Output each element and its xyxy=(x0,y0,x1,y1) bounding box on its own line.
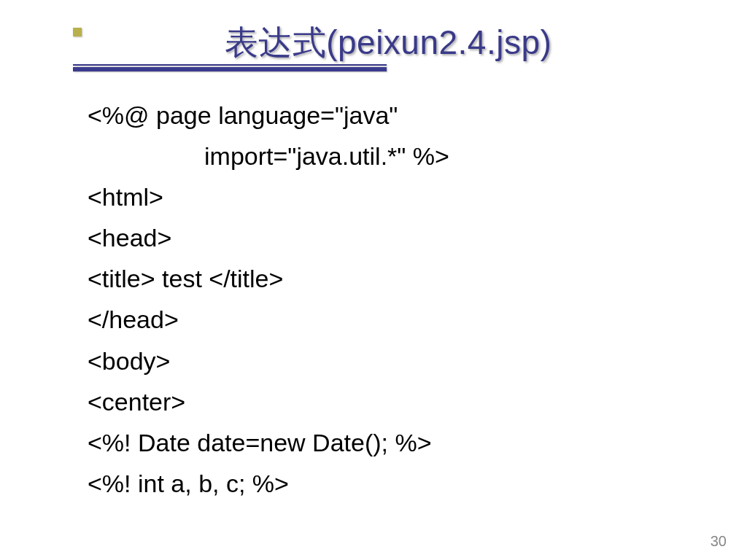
code-line: <%! Date date=new Date(); %> xyxy=(88,422,703,463)
code-line: <title> test </title> xyxy=(88,258,703,299)
underline-thick xyxy=(73,67,387,71)
code-line: <body> xyxy=(88,341,703,381)
page-number: 30 xyxy=(711,533,727,550)
code-line: <%! int a, b, c; %> xyxy=(88,463,703,504)
title-accent-square xyxy=(73,28,82,36)
code-line: </head> xyxy=(88,299,703,340)
underline-thin xyxy=(73,64,387,66)
title-area: 表达式(peixun2.4.jsp) xyxy=(73,15,703,66)
code-line: <%@ page language="java" xyxy=(88,95,703,136)
code-line: <head> xyxy=(88,217,703,258)
code-line: <html> xyxy=(88,176,703,217)
slide-container: 表达式(peixun2.4.jsp) <%@ page language="ja… xyxy=(0,0,747,560)
slide-title: 表达式(peixun2.4.jsp) xyxy=(73,20,703,66)
title-underline xyxy=(73,64,387,70)
code-line: <center> xyxy=(88,381,703,422)
code-content: <%@ page language="java" import="java.ut… xyxy=(88,95,703,504)
code-line: import="java.util.*" %> xyxy=(88,136,703,176)
